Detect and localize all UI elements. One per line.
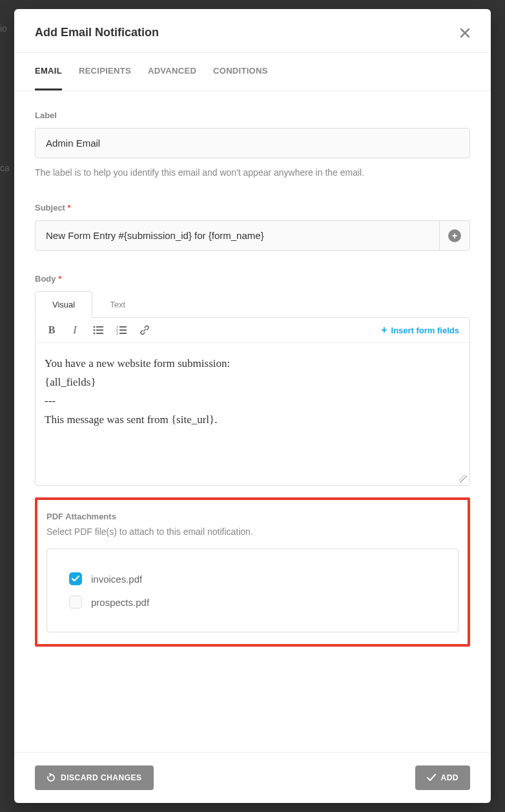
pdf-item-label: prospects.pdf <box>91 597 149 608</box>
body-field-label: Body * <box>35 274 470 284</box>
subject-field-block: Subject * + <box>35 203 470 251</box>
svg-rect-3 <box>96 329 103 331</box>
editor: B I 123 + Insert form fields <box>35 317 470 486</box>
label-field-block: Label The label is to help you identify … <box>35 110 470 180</box>
link-button[interactable] <box>139 324 150 336</box>
tab-recipients[interactable]: RECIPIENTS <box>79 53 131 90</box>
pdf-section-title: PDF Attachments <box>46 512 459 521</box>
svg-rect-1 <box>96 326 103 328</box>
discard-changes-button[interactable]: DISCARD CHANGES <box>35 765 154 790</box>
editor-toolbar: B I 123 + Insert form fields <box>36 318 469 343</box>
tab-advanced[interactable]: ADVANCED <box>148 53 196 90</box>
subject-label-text: Subject <box>35 203 65 213</box>
body-line: You have a new website form submission: <box>45 355 460 373</box>
pdf-attachments-highlight: PDF Attachments Select PDF file(s) to at… <box>35 497 470 647</box>
close-button[interactable] <box>460 28 470 38</box>
svg-point-2 <box>94 329 96 331</box>
plus-icon: + <box>448 229 461 242</box>
italic-button[interactable]: I <box>69 324 81 336</box>
insert-form-fields-button[interactable]: + Insert form fields <box>381 324 459 336</box>
plus-icon: + <box>381 324 387 336</box>
tab-conditions[interactable]: CONDITIONS <box>213 53 268 90</box>
svg-rect-11 <box>119 333 127 334</box>
tab-email[interactable]: EMAIL <box>35 53 62 90</box>
body-line: This message was sent from {site_url}. <box>45 411 460 430</box>
svg-rect-5 <box>96 333 103 334</box>
body-line: --- <box>45 392 460 411</box>
check-icon <box>427 774 436 782</box>
editor-mode-tabs: Visual Text <box>35 291 470 318</box>
pdf-item-label: invoices.pdf <box>91 574 142 585</box>
modal-footer: DISCARD CHANGES ADD <box>14 752 491 803</box>
label-helper: The label is to help you identify this e… <box>35 166 470 180</box>
editor-tab-visual[interactable]: Visual <box>35 291 92 318</box>
modal-title: Add Email Notification <box>35 26 159 39</box>
ordered-list-button[interactable]: 123 <box>116 324 127 336</box>
bold-button[interactable]: B <box>46 324 57 336</box>
svg-rect-7 <box>119 326 127 328</box>
checkbox-unchecked[interactable] <box>69 596 82 609</box>
pdf-item-prospects[interactable]: prospects.pdf <box>69 590 436 614</box>
pdf-list: invoices.pdf prospects.pdf <box>46 548 459 632</box>
svg-rect-9 <box>119 329 127 331</box>
svg-point-0 <box>94 326 96 328</box>
tab-list: EMAIL RECIPIENTS ADVANCED CONDITIONS <box>14 52 491 91</box>
modal-header: Add Email Notification <box>14 9 491 52</box>
pdf-section-subtitle: Select PDF file(s) to attach to this ema… <box>46 526 459 537</box>
insert-fields-label: Insert form fields <box>391 326 459 335</box>
svg-point-4 <box>94 333 96 335</box>
svg-text:3: 3 <box>116 331 118 335</box>
resize-handle[interactable] <box>459 475 467 483</box>
label-field-label: Label <box>35 110 470 120</box>
editor-tab-text[interactable]: Text <box>92 291 143 318</box>
subject-insert-token-button[interactable]: + <box>439 220 470 251</box>
body-line: {all_fields} <box>45 373 460 392</box>
checkbox-checked[interactable] <box>69 572 82 585</box>
add-button[interactable]: ADD <box>415 765 471 790</box>
body-label-text: Body <box>35 274 56 284</box>
discard-label: DISCARD CHANGES <box>61 773 142 782</box>
subject-field-label: Subject * <box>35 203 470 213</box>
pdf-item-invoices[interactable]: invoices.pdf <box>69 567 436 590</box>
undo-icon <box>46 773 56 782</box>
bullet-list-button[interactable] <box>92 324 104 336</box>
modal-content: Label The label is to help you identify … <box>14 91 491 752</box>
add-email-notification-modal: Add Email Notification EMAIL RECIPIENTS … <box>14 9 491 803</box>
label-input[interactable] <box>35 128 470 158</box>
subject-input[interactable] <box>35 220 439 251</box>
required-indicator: * <box>68 203 71 213</box>
required-indicator: * <box>58 274 61 284</box>
editor-body[interactable]: You have a new website form submission: … <box>36 343 469 485</box>
add-label: ADD <box>441 773 459 782</box>
body-field-block: Body * Visual Text B I 123 <box>35 274 470 486</box>
